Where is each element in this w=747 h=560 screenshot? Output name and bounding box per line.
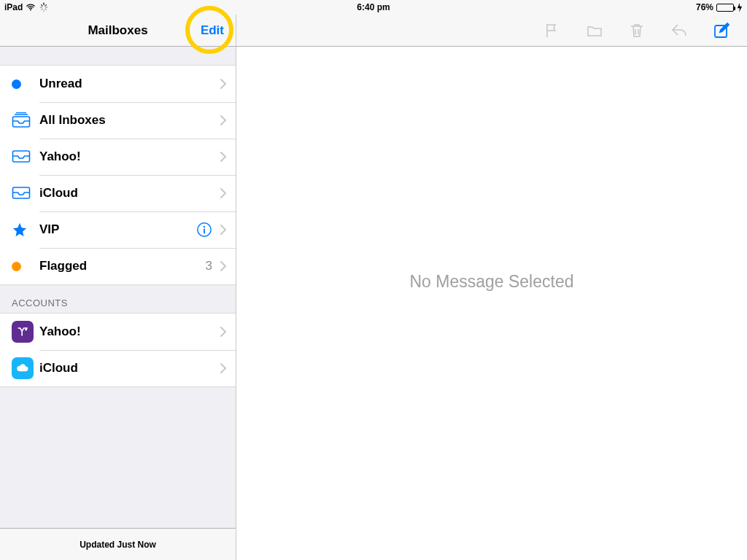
mailbox-row-all-inboxes[interactable]: All Inboxes: [0, 102, 236, 139]
row-label: All Inboxes: [39, 113, 220, 128]
mailbox-row-flagged[interactable]: Flagged 3: [0, 248, 236, 284]
chevron-right-icon: [220, 260, 227, 272]
mailbox-row-vip[interactable]: VIP: [0, 211, 236, 248]
flagged-count: 3: [206, 259, 212, 273]
row-label: Yahoo!: [39, 324, 220, 339]
chevron-right-icon: [220, 114, 227, 126]
yahoo-badge-icon: [12, 321, 39, 343]
activity-spinner-icon: [39, 2, 49, 12]
message-pane: No Message Selected: [236, 47, 747, 560]
accounts-section-header: ACCOUNTS: [0, 284, 236, 314]
svg-line-8: [45, 5, 47, 7]
clock-label: 6:40 pm: [0, 2, 747, 12]
chevron-right-icon: [220, 151, 227, 163]
svg-rect-10: [13, 117, 30, 127]
status-bar: iPad 6:40 pm 76%: [0, 0, 747, 15]
flagged-dot-icon: [12, 262, 39, 271]
page-title: Mailboxes: [88, 23, 147, 38]
row-label: iCloud: [39, 186, 220, 201]
wifi-icon: [26, 2, 36, 12]
all-inboxes-icon: [12, 112, 39, 128]
row-label: iCloud: [39, 361, 220, 376]
account-row-yahoo[interactable]: Yahoo!: [0, 314, 236, 350]
icloud-badge-icon: [12, 357, 39, 379]
svg-rect-15: [204, 228, 205, 233]
row-label: Yahoo!: [39, 149, 220, 164]
row-label: VIP: [39, 222, 196, 237]
svg-line-5: [42, 5, 43, 7]
chevron-right-icon: [220, 362, 227, 374]
info-icon[interactable]: [196, 222, 212, 238]
nav-bar: Mailboxes Edit: [0, 15, 747, 47]
row-label: Flagged: [39, 259, 206, 273]
sidebar-spacer: [0, 47, 236, 66]
inbox-icon: [12, 150, 39, 163]
chevron-right-icon: [220, 78, 227, 90]
move-button[interactable]: [584, 20, 605, 42]
mailbox-row-icloud[interactable]: iCloud: [0, 175, 236, 211]
compose-button[interactable]: [711, 20, 732, 42]
edit-button[interactable]: Edit: [201, 15, 224, 46]
star-icon: [12, 222, 39, 238]
chevron-right-icon: [220, 187, 227, 199]
inbox-icon: [12, 187, 39, 200]
device-label: iPad: [4, 2, 23, 12]
battery-pct-label: 76%: [696, 2, 713, 12]
row-label: Unread: [39, 77, 220, 91]
mailboxes-sidebar: Unread All Inboxes Yahoo!: [0, 47, 236, 560]
trash-button[interactable]: [626, 20, 648, 42]
no-message-placeholder: No Message Selected: [409, 272, 573, 292]
svg-point-14: [204, 226, 205, 228]
reply-button[interactable]: [668, 20, 690, 42]
sidebar-empty-area: [0, 386, 236, 528]
mailbox-row-unread[interactable]: Unread: [0, 66, 236, 102]
chevron-right-icon: [220, 326, 227, 338]
svg-line-6: [45, 9, 47, 10]
sidebar-footer-status: Updated Just Now: [0, 528, 236, 560]
svg-line-7: [42, 9, 43, 10]
battery-icon: [716, 4, 734, 12]
mailbox-row-yahoo[interactable]: Yahoo!: [0, 139, 236, 175]
charging-icon: [737, 3, 743, 12]
chevron-right-icon: [220, 224, 227, 236]
account-row-icloud[interactable]: iCloud: [0, 350, 236, 386]
unread-dot-icon: [12, 79, 39, 89]
svg-point-0: [30, 9, 31, 11]
flag-button[interactable]: [541, 20, 563, 42]
